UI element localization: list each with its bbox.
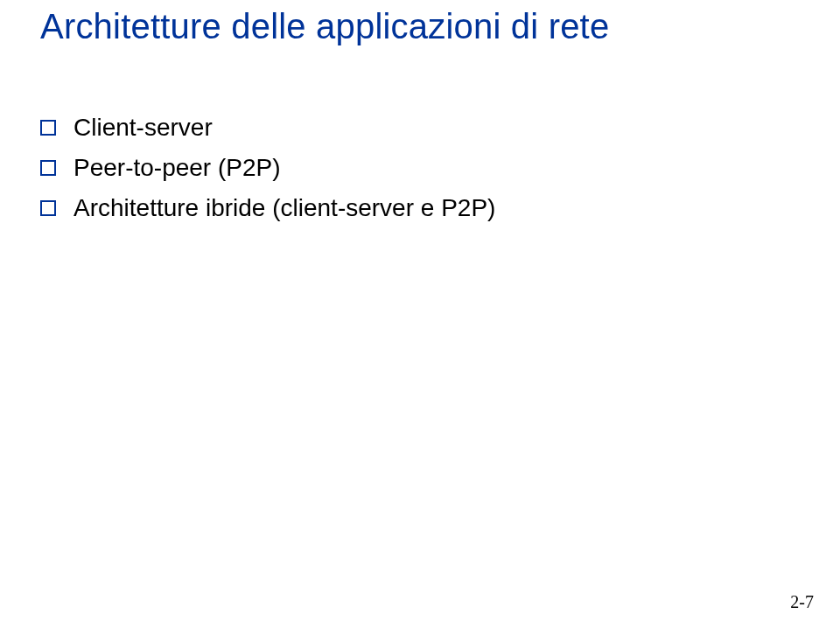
list-item: Client-server [40,114,495,142]
bullet-text: Architetture ibride (client-server e P2P… [74,194,495,222]
square-bullet-icon [40,200,56,216]
square-bullet-icon [40,120,56,136]
square-bullet-icon [40,160,56,176]
slide: Architetture delle applicazioni di rete … [0,0,840,628]
list-item: Architetture ibride (client-server e P2P… [40,194,495,222]
bullet-text: Client-server [74,114,213,142]
list-item: Peer-to-peer (P2P) [40,154,495,182]
bullet-text: Peer-to-peer (P2P) [74,154,281,182]
page-number: 2-7 [790,592,814,612]
bullet-list: Client-server Peer-to-peer (P2P) Archite… [40,114,495,234]
slide-title: Architetture delle applicazioni di rete [40,7,609,46]
